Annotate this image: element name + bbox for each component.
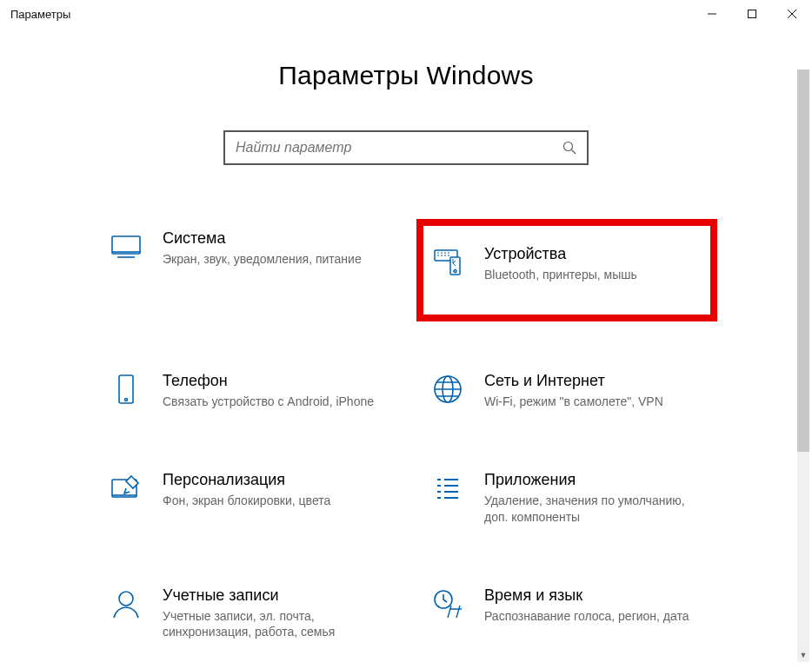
titlebar: Параметры	[0, 0, 812, 28]
tile-title: Сеть и Интернет	[484, 372, 703, 390]
tile-desc: Экран, звук, уведомления, питание	[163, 251, 382, 268]
svg-rect-2	[112, 236, 140, 254]
accounts-icon	[109, 586, 143, 621]
content-area: Параметры Windows Система Экран, звук, у…	[0, 28, 812, 644]
svg-point-11	[119, 592, 133, 606]
tile-desc: Фон, экран блокировки, цвета	[163, 493, 382, 509]
svg-point-7	[125, 398, 128, 401]
vertical-scrollbar[interactable]: ▼	[797, 70, 809, 662]
tile-desc: Связать устройство с Android, iPhone	[163, 394, 382, 410]
personalization-icon	[109, 471, 143, 506]
time-language-icon	[430, 586, 465, 621]
scrollbar-down-arrow[interactable]: ▼	[797, 648, 809, 662]
svg-point-1	[564, 142, 573, 151]
tile-title: Система	[163, 229, 382, 248]
tile-desc: Распознавание голоса, регион, дата	[484, 608, 703, 625]
tile-title: Телефон	[163, 372, 382, 390]
tile-apps[interactable]: Приложения Удаление, значения по умолчан…	[423, 467, 710, 529]
tile-desc: Учетные записи, эл. почта, синхронизация…	[163, 608, 382, 641]
tile-devices[interactable]: Устройства Bluetooth, принтеры, мышь	[423, 226, 710, 315]
tile-system[interactable]: Система Экран, звук, уведомления, питани…	[102, 226, 389, 315]
tile-title: Персонализация	[163, 471, 382, 489]
maximize-icon	[748, 10, 756, 18]
search-input[interactable]	[225, 140, 552, 156]
settings-grid: Система Экран, звук, уведомления, питани…	[102, 226, 710, 644]
apps-icon	[430, 471, 465, 506]
tile-title: Приложения	[484, 471, 703, 489]
tile-desc: Bluetooth, принтеры, мышь	[484, 267, 703, 283]
search-icon	[552, 132, 587, 163]
search-box[interactable]	[223, 130, 589, 165]
page-title: Параметры Windows	[278, 61, 533, 90]
phone-icon	[109, 372, 143, 407]
tile-personalization[interactable]: Персонализация Фон, экран блокировки, цв…	[102, 467, 389, 529]
close-icon	[788, 10, 796, 18]
minimize-button[interactable]	[692, 0, 732, 28]
close-button[interactable]	[772, 0, 812, 28]
minimize-icon	[708, 10, 716, 18]
tile-title: Устройства	[484, 245, 703, 263]
window-title: Параметры	[10, 8, 70, 21]
svg-rect-0	[749, 10, 756, 18]
window-controls	[692, 0, 812, 28]
devices-icon	[430, 245, 465, 280]
system-icon	[109, 229, 143, 264]
tile-desc: Удаление, значения по умолчанию, доп. ко…	[484, 493, 703, 526]
tile-network[interactable]: Сеть и Интернет Wi-Fi, режим "в самолете…	[423, 368, 710, 414]
tile-title: Учетные записи	[163, 586, 382, 605]
tile-phone[interactable]: Телефон Связать устройство с Android, iP…	[102, 368, 389, 414]
tile-time-language[interactable]: Время и язык Распознавание голоса, регио…	[423, 583, 710, 645]
tile-desc: Wi-Fi, режим "в самолете", VPN	[484, 394, 703, 410]
network-icon	[430, 372, 465, 407]
scrollbar-thumb[interactable]	[797, 70, 809, 452]
maximize-button[interactable]	[732, 0, 772, 28]
tile-accounts[interactable]: Учетные записи Учетные записи, эл. почта…	[102, 583, 389, 645]
tile-title: Время и язык	[484, 586, 703, 605]
